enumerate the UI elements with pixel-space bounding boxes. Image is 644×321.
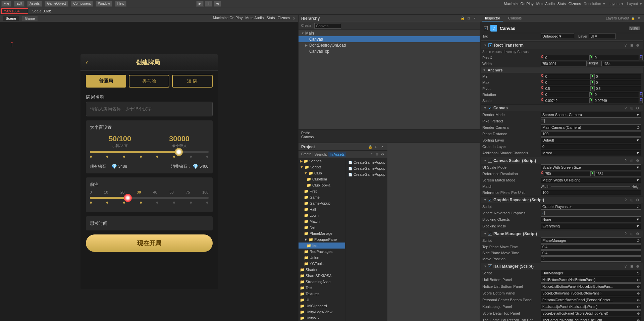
notice-list-field[interactable]: NoticeListBottomPanel (NobceListBottomPa… (541, 283, 641, 289)
anchors-section[interactable]: ▼ Anchors (481, 67, 643, 73)
toolbar-component-btn[interactable]: Component (71, 1, 93, 7)
object-active-checkbox[interactable]: ✓ (484, 26, 488, 30)
tag-field[interactable]: Untagged ▼ (541, 34, 574, 39)
scene-tab[interactable]: Scene (3, 16, 19, 21)
toolbar-window-btn[interactable]: Window (96, 1, 112, 7)
folder-streaming[interactable]: 📁 StreamingAsse (299, 279, 345, 285)
blocking-dropdown[interactable]: None ▼ (541, 216, 641, 222)
proj-icon-2[interactable]: ⊞ (375, 152, 379, 157)
canvas-comp-header[interactable]: ▼ ✓ Canvas ? ⊞ ⚙ (481, 104, 643, 111)
folder-net[interactable]: 📁 Net (299, 224, 345, 230)
back-button[interactable]: ‹ (86, 58, 88, 66)
hierarchy-maximize-icon[interactable]: □ (466, 16, 471, 21)
folder-popuporpane[interactable]: ▼📁 PopuporPane (299, 236, 345, 243)
resolution-input[interactable]: 750×1334 (1, 8, 28, 14)
hm-checkbox[interactable]: ✓ (488, 264, 492, 268)
pivot-x-field[interactable] (544, 86, 591, 91)
canvas-comp-checkbox[interactable]: ✓ (488, 106, 492, 110)
toolbar-edit-btn[interactable]: Edit (14, 1, 24, 7)
folder-ygtools[interactable]: 📁 YGTools (299, 261, 345, 267)
tree-dontdestroy[interactable]: ▶ DontDestroyOnLoad (299, 42, 480, 48)
move-pos-field[interactable] (541, 256, 641, 262)
ref-x-field[interactable] (544, 171, 591, 176)
canvas-icon-2[interactable]: ⊞ (629, 106, 634, 110)
tree-canvastop[interactable]: CanvasTop (299, 48, 480, 54)
folder-clubtoppa[interactable]: 📁 ClubTopPa (299, 182, 345, 188)
stats-btn[interactable]: Stats (557, 2, 566, 6)
console-tab[interactable]: Console (505, 15, 524, 21)
file-creategamepopup-2[interactable]: 📄CreateGamePopup (347, 165, 386, 171)
hm-icon-3[interactable]: ⚙ (635, 264, 640, 269)
mute-audio-label[interactable]: Mute Audio (245, 16, 264, 21)
ref-y-field[interactable] (594, 171, 641, 176)
pm-checkbox[interactable]: ✓ (488, 232, 492, 236)
blocking-mask-dropdown[interactable]: Everything ▼ (541, 223, 641, 229)
rot-z-field[interactable] (642, 92, 644, 97)
step-button[interactable]: ⏭ (214, 1, 221, 7)
height-field[interactable] (601, 61, 644, 66)
scale-y-field[interactable] (593, 98, 639, 103)
ante-slider[interactable] (90, 197, 209, 207)
pos-y-field[interactable] (593, 55, 639, 60)
scaler-icon-1[interactable]: ? (623, 158, 628, 163)
pause-button[interactable]: ⏸ (205, 1, 212, 7)
pm-icon-3[interactable]: ⚙ (635, 231, 640, 236)
insp-lock-icon[interactable]: 🔒 (631, 16, 635, 21)
scaler-icon-3[interactable]: ⚙ (635, 158, 640, 163)
pivot-y-field[interactable] (594, 86, 641, 91)
folder-gamepopup[interactable]: 📁 GamePopup (299, 200, 345, 206)
raycaster-header[interactable]: ▼ ✓ Graphic Raycaster (Script) ? ⊞ ⚙ (481, 196, 643, 203)
folder-scenes[interactable]: ▶📁 Scenes (299, 158, 345, 164)
toolbar-assets-btn[interactable]: Assets (27, 1, 42, 7)
scaler-checkbox[interactable]: ✓ (488, 159, 492, 163)
script-field-ray[interactable]: GraphicRaycaster ⊙ (541, 204, 641, 210)
pm-icon-2[interactable]: ⊞ (629, 231, 634, 236)
hierarchy-lock-icon[interactable]: 🔒 (460, 16, 465, 21)
ignore-rev-check[interactable]: ✓ (541, 211, 545, 215)
folder-uniclipboard[interactable]: 📁 UniClipboard (299, 303, 345, 309)
folder-first[interactable]: 📁 First (299, 188, 345, 194)
layout-tab[interactable]: Layout (618, 16, 629, 21)
max-x-field[interactable] (544, 80, 591, 85)
slider-thumb[interactable] (175, 148, 183, 156)
folder-unityvs[interactable]: 📁 UnityVS (299, 315, 345, 321)
folder-club[interactable]: ▼📁 Club (299, 170, 345, 176)
toolbar-help-btn[interactable]: Help (115, 1, 127, 7)
rot-x-field[interactable] (544, 92, 590, 97)
create-btn[interactable]: Create (301, 24, 311, 28)
score-bottom-field[interactable]: ScoreBottomPanel (ScoreBottomPanel) ⊙ (541, 290, 641, 296)
name-input[interactable]: 请输入牌局名称，少于15个汉字 (86, 102, 213, 116)
folder-scripts[interactable]: ▼📁 Scripts (299, 164, 345, 170)
canvas-icon-1[interactable]: ? (623, 106, 628, 110)
tab-short[interactable]: 短 牌 (172, 75, 213, 88)
tab-normal[interactable]: 普通局 (86, 75, 126, 88)
folder-test[interactable]: 📁 Test (299, 285, 345, 291)
folder-union[interactable]: 📁 Union (299, 255, 345, 261)
insp-close-icon[interactable]: × (637, 16, 641, 21)
shader-channels-dropdown[interactable]: Mixed ... ▼ (541, 150, 641, 156)
hierarchy-close-icon[interactable]: × (472, 16, 477, 21)
max-y-field[interactable] (594, 80, 641, 85)
scale-x-field[interactable] (544, 98, 590, 103)
ref-pixels-field[interactable] (541, 190, 641, 195)
ui-scale-dropdown[interactable]: Scale With Screen Size ▼ (541, 164, 641, 170)
hm-script-field[interactable]: HallManager ⊙ (541, 270, 641, 276)
render-camera-field[interactable]: Main Camera (Camera) ⊙ (541, 124, 641, 130)
folder-sharesdkiosa[interactable]: 📁 ShareSDKiOSA (299, 273, 345, 279)
min-x-field[interactable] (544, 74, 591, 79)
project-create-btn[interactable]: Create (301, 152, 311, 156)
gizmos-label[interactable]: Gizmos (278, 16, 290, 21)
gizmos-btn[interactable]: Gizmos (569, 2, 581, 6)
hierarchy-search[interactable] (314, 23, 341, 29)
min-y-field[interactable] (594, 74, 641, 79)
folder-game[interactable]: 📁 Game (299, 194, 345, 200)
layer-field[interactable]: UI ▼ (589, 34, 616, 39)
kuaisupaiju-field[interactable]: KuaisupaijuPanel (KuaisupaijuPanel) ⊙ (541, 304, 641, 310)
scaler-icon-2[interactable]: ⊞ (629, 158, 634, 163)
folder-shader[interactable]: 📁 Shader (299, 267, 345, 273)
stats-label[interactable]: Stats (266, 16, 275, 21)
order-layer-field[interactable] (541, 144, 641, 149)
folder-redpackages[interactable]: 📁 RedPackages (299, 249, 345, 255)
pixel-perfect-check[interactable] (541, 119, 545, 123)
folder-clubitem[interactable]: 📁 ClubItem (299, 176, 345, 182)
